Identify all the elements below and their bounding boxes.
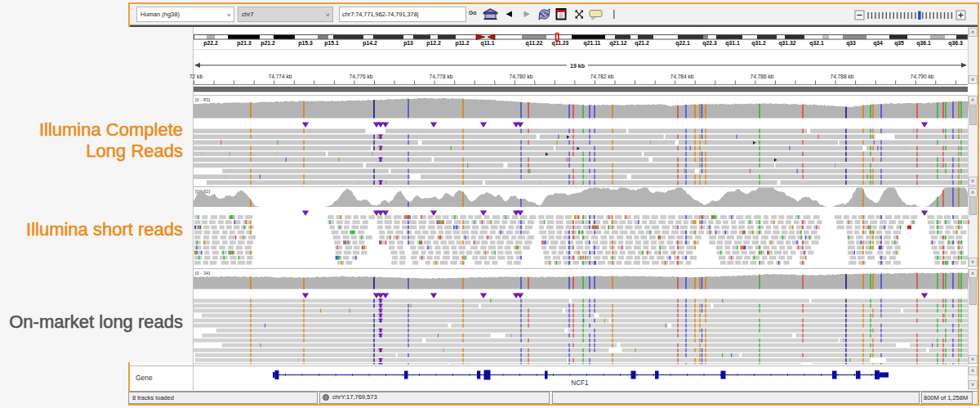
svg-text:p22.2: p22.2 (203, 40, 218, 47)
svg-text:q31.32: q31.32 (778, 40, 795, 47)
svg-text:[0 - 34]: [0 - 34] (195, 271, 210, 276)
svg-text:q11.1: q11.1 (480, 40, 494, 47)
svg-text:q22.1: q22.1 (675, 40, 690, 47)
svg-text:p14.2: p14.2 (363, 40, 377, 47)
svg-text:74,776 kb: 74,776 kb (350, 74, 373, 79)
svg-text:74,780 kb: 74,780 kb (510, 74, 533, 79)
svg-text:NCF1: NCF1 (571, 379, 589, 387)
svg-text:74,784 kb: 74,784 kb (670, 74, 694, 79)
svg-text:p15.1: p15.1 (324, 40, 339, 47)
svg-text:q11.23: q11.23 (552, 40, 569, 47)
svg-text:q21.11: q21.11 (584, 40, 601, 47)
svg-text:[0 - 83]: [0 - 83] (195, 97, 210, 102)
svg-text:q36.3: q36.3 (948, 40, 963, 47)
svg-text:74,782 kb: 74,782 kb (590, 74, 614, 79)
svg-text:74,788 kb: 74,788 kb (831, 74, 854, 79)
svg-text:p11.2: p11.2 (455, 40, 469, 47)
svg-text:p15.3: p15.3 (298, 40, 313, 47)
svg-text:q11.22: q11.22 (526, 40, 543, 47)
svg-text:q22.3: q22.3 (702, 40, 717, 47)
svg-text:q21.2: q21.2 (635, 40, 649, 47)
svg-text:74,790 kb: 74,790 kb (911, 74, 934, 79)
svg-text:19 kb: 19 kb (570, 63, 585, 69)
svg-text:74,778 kb: 74,778 kb (430, 74, 453, 79)
svg-text:74,786 kb: 74,786 kb (751, 74, 774, 79)
svg-text:q32.1: q32.1 (809, 40, 824, 47)
svg-text:p21.2: p21.2 (261, 40, 275, 47)
svg-text:p13: p13 (403, 40, 413, 47)
svg-text:72 kb: 72 kb (189, 74, 203, 79)
svg-text:p12.2: p12.2 (426, 40, 441, 47)
svg-text:q31.1: q31.1 (725, 40, 740, 47)
svg-text:q35: q35 (894, 40, 904, 47)
svg-text:p21.3: p21.3 (237, 40, 252, 47)
svg-text:q34: q34 (873, 40, 883, 47)
svg-text:q21.12: q21.12 (609, 40, 626, 47)
svg-text:q33: q33 (846, 40, 856, 47)
svg-text:q31.2: q31.2 (751, 40, 766, 47)
svg-text:74,774 kb: 74,774 kb (269, 74, 292, 79)
svg-text:q36.1: q36.1 (916, 40, 931, 47)
